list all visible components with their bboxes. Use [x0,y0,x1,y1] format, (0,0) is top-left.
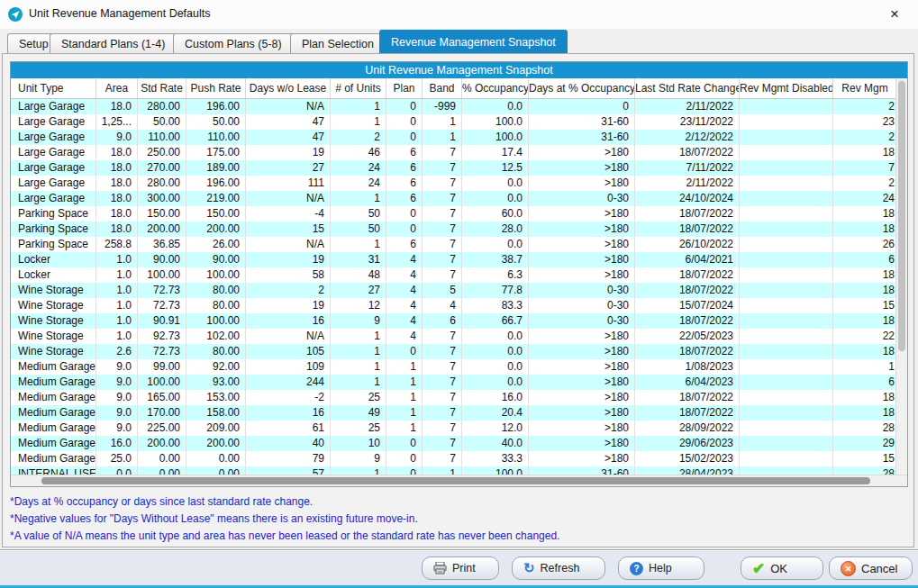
table-row[interactable]: Parking Space258.836.8526.00N/A1670.0>18… [11,237,896,252]
grid-title: Unit Revenue Management Snapshot [11,62,907,78]
table-cell: Wine Storage [11,298,96,313]
table-row[interactable]: Medium Garage9.0165.00153.00-2251716.0>1… [11,390,896,405]
table-cell: 12 [331,298,386,313]
table-row[interactable]: Large Garage18.0280.00196.00N/A10-9990.0… [11,99,896,114]
table-cell: 93.00 [186,375,246,390]
table-cell: 0 [386,130,423,145]
table-cell: 225.00 [138,421,186,436]
table-cell: 16 [246,313,331,329]
table-row[interactable]: Wine Storage1.072.7380.0019124483.30-301… [11,298,896,313]
table-row[interactable]: Large Garage18.0270.00189.0027246712.5>1… [11,160,896,176]
footnote-negative-values: *Negative values for "Days Without Lease… [10,511,902,528]
table-cell: 0.0 [462,329,529,344]
tab-plan-selection[interactable]: Plan Selection [290,33,386,54]
column-header[interactable]: Plan [386,78,423,99]
table-cell: >180 [529,390,635,405]
table-row[interactable]: Large Garage9.0110.00110.0047201100.031-… [11,130,896,145]
table-row[interactable]: Wine Storage2.672.7380.001051070.0>18018… [11,344,896,359]
table-cell: 9.0 [96,390,138,405]
table-row[interactable]: Medium Garage16.0200.00200.0040100740.0>… [11,436,896,451]
column-header[interactable]: Area [96,78,138,99]
table-cell: 18 [833,267,896,283]
column-header[interactable]: Unit Type [11,78,96,99]
table-cell: 1.0 [96,298,138,313]
table-cell: 26/10/2022 [635,237,740,252]
vertical-scrollbar-thumb[interactable] [898,81,905,351]
table-cell: 0 [386,99,423,114]
table-cell: 47 [246,114,331,130]
table-cell: 24 [833,191,896,206]
table-row[interactable]: Wine Storage1.092.73102.00N/A1470.0>1802… [11,329,896,344]
table-cell: 6 [833,375,896,390]
table-cell: 47 [246,130,331,145]
column-header[interactable]: Days w/o Lease [246,78,331,99]
table-cell: 15 [246,222,331,237]
table-cell: 1 [331,329,386,344]
column-header[interactable]: Band [423,78,462,99]
refresh-button[interactable]: ↻ Refresh [512,556,605,580]
table-cell: 270.00 [138,160,186,176]
table-row[interactable]: Medium Garage9.099.0092.001091170.0>1801… [11,359,896,375]
tab-custom-plans[interactable]: Custom Plans (5-8) [173,33,294,54]
horizontal-scrollbar-thumb[interactable] [41,477,870,484]
column-header[interactable]: Days at % Occupancy* [529,78,635,99]
table-row[interactable]: Large Garage18.0280.00196.0011124670.0>1… [11,176,896,191]
table-row[interactable]: Wine Storage1.090.91100.001694666.70-301… [11,313,896,329]
table-cell: 80.00 [186,344,246,359]
column-header[interactable]: Rev Mgmt Disabled [740,78,833,99]
print-button[interactable]: Print [422,556,499,580]
table-row[interactable]: Medium Garage9.0225.00209.0061251712.0>1… [11,421,896,436]
table-cell: 1 [331,191,386,206]
table-row[interactable]: Large Garage18.0250.00175.0019466717.4>1… [11,145,896,160]
table-cell: 100.00 [138,375,186,390]
table-cell: 31-60 [529,130,635,145]
tab-standard-plans[interactable]: Standard Plans (1-4) [50,33,177,54]
table-cell: 2/11/2022 [635,176,740,191]
cancel-button[interactable]: ✕ Cancel [829,556,913,580]
table-cell: 18/07/2022 [635,222,740,237]
table-cell: 80.00 [186,283,246,298]
column-header[interactable]: Std Rate [138,78,186,99]
table-cell: 18 [833,405,896,421]
table-cell: 6/04/2021 [635,252,740,267]
table-row[interactable]: Medium Garage9.0170.00158.0016491720.4>1… [11,405,896,421]
help-button[interactable]: ? Help [618,556,704,580]
tab-revenue-management-snapshot[interactable]: Revenue Management Snapshot [379,30,568,54]
table-row[interactable]: Large Garage18.0300.00219.00N/A1670.00-3… [11,191,896,206]
table-cell: 24/10/2024 [635,191,740,206]
table-row[interactable]: Wine Storage1.072.7380.002274577.80-3018… [11,283,896,298]
window-title: Unit Revenue Management Defaults [29,7,211,20]
vertical-scrollbar[interactable] [895,78,907,475]
column-header[interactable]: Rev Mgm [833,78,896,99]
table-cell: 4 [386,329,423,344]
table-cell: 7 [423,222,462,237]
table-cell: 4 [386,283,423,298]
table-cell: 7 [423,191,462,206]
table-row[interactable]: Large Garage1,25...50.0050.0047101100.03… [11,114,896,130]
table-row[interactable]: Locker1.0100.00100.005848476.3>18018/07/… [11,267,896,283]
table-cell: 280.00 [138,99,186,114]
table-cell: 110.00 [138,130,186,145]
table-cell: 90.00 [186,252,246,267]
table-row[interactable]: Medium Garage9.0100.0093.002441170.0>180… [11,375,896,390]
close-icon[interactable]: × [882,4,907,25]
table-cell: 0 [386,222,423,237]
column-header[interactable]: Push Rate [186,78,246,99]
column-header[interactable]: % Occupancy [462,78,529,99]
table-row[interactable]: Parking Space18.0150.00150.00-4500760.0>… [11,206,896,222]
table-cell: 2 [246,283,331,298]
table-row[interactable]: Parking Space18.0200.00200.0015500728.0>… [11,222,896,237]
horizontal-scrollbar[interactable] [11,475,908,486]
table-cell: 25.0 [96,451,138,466]
column-header[interactable]: Last Std Rate Change [635,78,740,99]
table-cell: Parking Space [11,237,96,252]
table-row[interactable]: Locker1.090.0090.0019314738.7>1806/04/20… [11,252,896,267]
table-cell: 7 [833,160,896,176]
table-cell: Large Garage [11,176,96,191]
table-cell: 58 [246,267,331,283]
ok-button[interactable]: ✔ OK [741,556,823,580]
table-cell: 100.00 [186,313,246,329]
column-header[interactable]: # of Units [331,78,386,99]
table-row[interactable]: Medium Garage25.00.000.007990733.3>18015… [11,451,896,466]
table-cell: -4 [246,206,331,222]
